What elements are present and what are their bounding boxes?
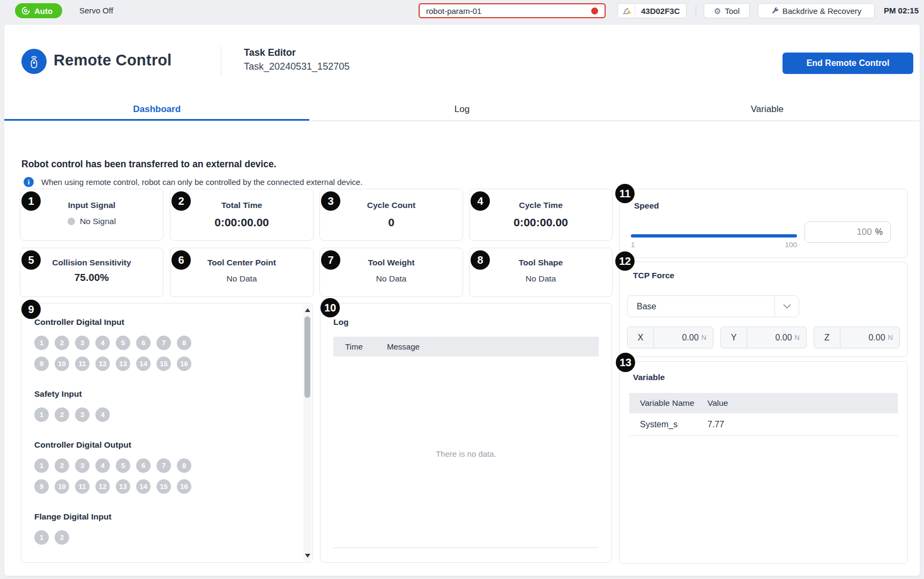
- io-groups: Controller Digital Input1234567891011121…: [34, 317, 291, 545]
- io-indicator: 11: [75, 357, 90, 371]
- card-tool-shape: Tool Shape No Data: [469, 248, 613, 297]
- card-title: Tool Weight: [320, 258, 463, 268]
- robot-id: 43D02F3C: [635, 4, 686, 18]
- card-input-signal: Input Signal No Signal: [20, 189, 163, 241]
- robot-id-badge[interactable]: 43D02F3C: [617, 3, 687, 18]
- io-indicator: 11: [75, 479, 90, 494]
- mode-badge[interactable]: Auto: [15, 3, 62, 18]
- io-indicator: 4: [95, 336, 110, 350]
- io-indicator: 2: [55, 407, 69, 422]
- io-group: Safety Input1234: [34, 389, 291, 422]
- card-title: Tool Shape: [470, 258, 612, 268]
- tool-button[interactable]: ⚙ Tool: [704, 3, 750, 18]
- io-indicator: 3: [75, 336, 90, 350]
- io-indicator: 6: [136, 336, 151, 350]
- speed-value: 100: [856, 227, 871, 237]
- io-indicator: 8: [177, 336, 191, 350]
- annotation-badge-1: 1: [21, 191, 41, 211]
- speed-title: Speed: [634, 201, 659, 211]
- wrench-icon: [771, 7, 779, 14]
- log-title: Log: [333, 317, 599, 327]
- record-indicator-dot: [591, 8, 598, 14]
- io-indicator: 2: [55, 336, 69, 350]
- annotation-badge-6: 6: [172, 250, 191, 270]
- topbar-divider: [696, 6, 696, 16]
- annotation-badge-13: 13: [616, 353, 635, 372]
- robot-warning-icon: [618, 4, 635, 18]
- io-group: Controller Digital Input1234567891011121…: [34, 317, 291, 371]
- speed-value-field[interactable]: 100 %: [804, 221, 891, 243]
- status-bar: Auto Servo Off robot-param-01 43D02F3C ⚙…: [0, 0, 924, 21]
- io-indicator-row: 910111213141516: [34, 357, 291, 371]
- tab-dashboard[interactable]: Dashboard: [4, 98, 309, 121]
- io-indicator: 10: [55, 357, 69, 371]
- force-z-field: Z 0.00 N: [814, 326, 900, 348]
- variable-value: 7.77: [707, 420, 724, 429]
- io-indicator: 3: [75, 407, 90, 422]
- tab-log[interactable]: Log: [309, 98, 614, 121]
- info-icon: i: [24, 177, 34, 187]
- io-indicator: 9: [34, 357, 49, 371]
- io-indicator: 9: [34, 479, 49, 494]
- variable-table-header: Variable Name Value: [629, 393, 898, 413]
- scroll-up-icon[interactable]: [305, 308, 310, 312]
- card-title: Input Signal: [20, 201, 163, 210]
- axis-y-label: Y: [721, 327, 747, 348]
- io-indicator: 2: [55, 458, 69, 473]
- io-indicator-row: 1234: [34, 407, 291, 422]
- card-value: No Data: [170, 274, 313, 284]
- annotation-badge-9: 9: [21, 300, 41, 319]
- annotation-badge-10: 10: [321, 298, 340, 317]
- force-y-value: 0.00: [775, 333, 792, 343]
- scrollbar-thumb[interactable]: [304, 316, 310, 398]
- gear-icon: ⚙: [714, 7, 721, 15]
- axis-x-label: X: [628, 327, 654, 348]
- tab-variable[interactable]: Variable: [615, 98, 920, 121]
- log-table-header: Time Message: [333, 337, 599, 357]
- program-name-field[interactable]: robot-param-01: [419, 3, 606, 18]
- auto-mode-icon: [21, 6, 30, 15]
- card-value: No Signal: [80, 217, 116, 226]
- main-panel: Remote Control Task Editor Task_20240531…: [4, 25, 920, 576]
- io-indicator: 1: [34, 407, 49, 422]
- card-value: 0:00:00.00: [170, 216, 313, 229]
- variable-name: System_s: [629, 420, 707, 429]
- end-remote-control-button[interactable]: End Remote Control: [783, 53, 913, 74]
- io-group-title: Controller Digital Input: [34, 317, 291, 327]
- io-indicator-row: 12: [34, 530, 291, 545]
- reference-frame-select[interactable]: Base: [627, 295, 799, 317]
- variable-col-name: Variable Name: [629, 398, 707, 408]
- log-empty-text: There is no data.: [321, 449, 612, 458]
- io-indicator: 12: [95, 479, 110, 494]
- card-title: Tool Center Point: [170, 258, 313, 268]
- mode-label: Auto: [34, 6, 53, 16]
- notice-info-text: When using remote control, robot can onl…: [41, 177, 363, 187]
- io-scrollbar[interactable]: [303, 305, 311, 561]
- scroll-down-icon[interactable]: [305, 554, 310, 558]
- backdrive-button-label: Backdrive & Recovery: [783, 6, 862, 16]
- card-total-time: Total Time 0:00:00.00: [170, 189, 314, 241]
- card-title: Total Time: [170, 201, 313, 210]
- force-z-value: 0.00: [868, 333, 885, 343]
- io-indicator: 16: [177, 357, 191, 371]
- chevron-down-icon: [774, 296, 799, 317]
- task-name: Task_20240531_152705: [244, 61, 349, 72]
- backdrive-recovery-button[interactable]: Backdrive & Recovery: [758, 3, 875, 18]
- table-row[interactable]: System_s 7.77: [629, 413, 898, 436]
- annotation-badge-11: 11: [615, 184, 635, 203]
- speed-slider[interactable]: [631, 234, 797, 237]
- reference-frame-value: Base: [628, 296, 774, 317]
- notice-heading: Robot control has been transferred to an…: [21, 159, 277, 170]
- io-indicator: 8: [177, 458, 191, 473]
- log-bottom-divider: [333, 547, 599, 548]
- io-group: Controller Digital Output123456789101112…: [34, 440, 291, 494]
- io-indicator: 1: [34, 530, 49, 545]
- tcp-force-title: TCP Force: [633, 271, 674, 280]
- annotation-badge-12: 12: [615, 251, 635, 271]
- header-divider: [221, 46, 221, 76]
- card-value: 0:00:00.00: [470, 216, 612, 229]
- card-cycle-count: Cycle Count 0: [319, 189, 463, 241]
- annotation-badge-7: 7: [321, 250, 340, 270]
- card-value: No Data: [320, 274, 463, 284]
- io-indicator: 15: [157, 357, 171, 371]
